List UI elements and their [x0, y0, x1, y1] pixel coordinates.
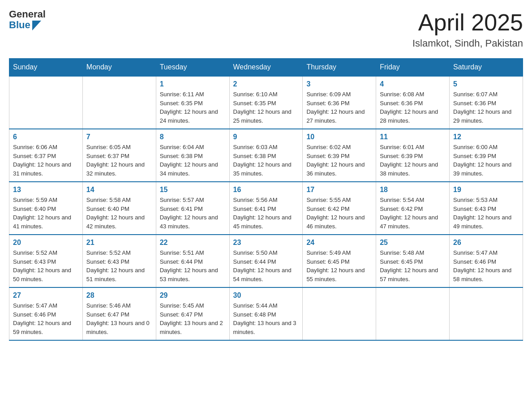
day-info: Sunrise: 6:06 AM Sunset: 6:37 PM Dayligh…: [13, 143, 79, 178]
calendar-header-saturday: Saturday: [450, 59, 523, 77]
month-title: April 2025: [412, 9, 523, 36]
day-number: 2: [233, 80, 299, 88]
logo-blue: Blue: [9, 20, 30, 30]
day-info: Sunrise: 6:07 AM Sunset: 6:36 PM Dayligh…: [453, 90, 519, 125]
calendar-cell: [376, 287, 450, 340]
day-number: 8: [160, 133, 226, 141]
day-info: Sunrise: 6:09 AM Sunset: 6:36 PM Dayligh…: [306, 90, 372, 125]
calendar-week-row: 6Sunrise: 6:06 AM Sunset: 6:37 PM Daylig…: [9, 129, 523, 182]
day-info: Sunrise: 5:58 AM Sunset: 6:40 PM Dayligh…: [86, 196, 152, 231]
location-title: Islamkot, Sindh, Pakistan: [412, 38, 523, 49]
day-number: 9: [233, 133, 299, 141]
day-info: Sunrise: 6:03 AM Sunset: 6:38 PM Dayligh…: [233, 143, 299, 178]
day-info: Sunrise: 5:47 AM Sunset: 6:46 PM Dayligh…: [13, 301, 79, 336]
calendar-header-row: SundayMondayTuesdayWednesdayThursdayFrid…: [9, 59, 523, 77]
day-number: 28: [86, 291, 152, 300]
calendar-header-monday: Monday: [82, 59, 156, 77]
day-info: Sunrise: 5:51 AM Sunset: 6:44 PM Dayligh…: [160, 248, 226, 283]
calendar-cell: 16Sunrise: 5:56 AM Sunset: 6:41 PM Dayli…: [229, 182, 303, 235]
logo-general: General: [9, 9, 46, 20]
day-info: Sunrise: 5:56 AM Sunset: 6:41 PM Dayligh…: [233, 196, 299, 231]
calendar-header-sunday: Sunday: [9, 59, 83, 77]
day-info: Sunrise: 6:00 AM Sunset: 6:39 PM Dayligh…: [453, 143, 519, 178]
calendar-cell: 30Sunrise: 5:44 AM Sunset: 6:48 PM Dayli…: [229, 287, 303, 340]
day-info: Sunrise: 5:46 AM Sunset: 6:47 PM Dayligh…: [86, 301, 152, 336]
day-info: Sunrise: 6:05 AM Sunset: 6:37 PM Dayligh…: [86, 143, 152, 178]
calendar-cell: 25Sunrise: 5:48 AM Sunset: 6:45 PM Dayli…: [376, 235, 450, 287]
day-info: Sunrise: 5:44 AM Sunset: 6:48 PM Dayligh…: [233, 301, 299, 336]
calendar-cell: [450, 287, 523, 340]
day-info: Sunrise: 5:45 AM Sunset: 6:47 PM Dayligh…: [160, 301, 226, 336]
calendar-cell: 22Sunrise: 5:51 AM Sunset: 6:44 PM Dayli…: [156, 235, 229, 287]
day-info: Sunrise: 5:52 AM Sunset: 6:43 PM Dayligh…: [13, 248, 79, 283]
calendar-cell: 8Sunrise: 6:04 AM Sunset: 6:38 PM Daylig…: [156, 129, 229, 182]
day-number: 19: [453, 186, 519, 194]
calendar-cell: [9, 76, 83, 129]
title-block: April 2025 Islamkot, Sindh, Pakistan: [412, 9, 523, 49]
day-info: Sunrise: 5:59 AM Sunset: 6:40 PM Dayligh…: [13, 196, 79, 231]
day-info: Sunrise: 5:57 AM Sunset: 6:41 PM Dayligh…: [160, 196, 226, 231]
day-info: Sunrise: 5:54 AM Sunset: 6:42 PM Dayligh…: [380, 196, 446, 231]
day-number: 18: [380, 186, 446, 194]
calendar-cell: 6Sunrise: 6:06 AM Sunset: 6:37 PM Daylig…: [9, 129, 83, 182]
calendar-cell: 28Sunrise: 5:46 AM Sunset: 6:47 PM Dayli…: [82, 287, 156, 340]
day-number: 23: [233, 239, 299, 247]
calendar-header-thursday: Thursday: [303, 59, 376, 77]
day-info: Sunrise: 6:10 AM Sunset: 6:35 PM Dayligh…: [233, 90, 299, 125]
day-info: Sunrise: 5:48 AM Sunset: 6:45 PM Dayligh…: [380, 248, 446, 283]
day-number: 27: [13, 291, 79, 300]
day-info: Sunrise: 6:08 AM Sunset: 6:36 PM Dayligh…: [380, 90, 446, 125]
calendar-cell: 21Sunrise: 5:52 AM Sunset: 6:43 PM Dayli…: [82, 235, 156, 287]
day-info: Sunrise: 6:01 AM Sunset: 6:39 PM Dayligh…: [380, 143, 446, 178]
logo: General Blue: [9, 9, 46, 30]
calendar-header-wednesday: Wednesday: [229, 59, 303, 77]
calendar-cell: 26Sunrise: 5:47 AM Sunset: 6:46 PM Dayli…: [450, 235, 523, 287]
day-info: Sunrise: 5:50 AM Sunset: 6:44 PM Dayligh…: [233, 248, 299, 283]
calendar-cell: 19Sunrise: 5:53 AM Sunset: 6:43 PM Dayli…: [450, 182, 523, 235]
calendar-table: SundayMondayTuesdayWednesdayThursdayFrid…: [9, 58, 523, 341]
calendar-cell: 24Sunrise: 5:49 AM Sunset: 6:45 PM Dayli…: [303, 235, 376, 287]
day-info: Sunrise: 5:53 AM Sunset: 6:43 PM Dayligh…: [453, 196, 519, 231]
day-number: 3: [306, 80, 372, 88]
calendar-cell: [82, 76, 156, 129]
calendar-cell: 29Sunrise: 5:45 AM Sunset: 6:47 PM Dayli…: [156, 287, 229, 340]
day-number: 16: [233, 186, 299, 194]
calendar-cell: 12Sunrise: 6:00 AM Sunset: 6:39 PM Dayli…: [450, 129, 523, 182]
day-number: 24: [306, 239, 372, 247]
calendar-cell: 10Sunrise: 6:02 AM Sunset: 6:39 PM Dayli…: [303, 129, 376, 182]
logo-triangle-icon: [32, 21, 41, 30]
calendar-cell: 2Sunrise: 6:10 AM Sunset: 6:35 PM Daylig…: [229, 76, 303, 129]
day-number: 6: [13, 133, 79, 141]
calendar-cell: 17Sunrise: 5:55 AM Sunset: 6:42 PM Dayli…: [303, 182, 376, 235]
day-number: 15: [160, 186, 226, 194]
day-number: 17: [306, 186, 372, 194]
calendar-week-row: 20Sunrise: 5:52 AM Sunset: 6:43 PM Dayli…: [9, 235, 523, 287]
calendar-cell: 4Sunrise: 6:08 AM Sunset: 6:36 PM Daylig…: [376, 76, 450, 129]
calendar-cell: 27Sunrise: 5:47 AM Sunset: 6:46 PM Dayli…: [9, 287, 83, 340]
day-number: 4: [380, 80, 446, 88]
calendar-cell: 18Sunrise: 5:54 AM Sunset: 6:42 PM Dayli…: [376, 182, 450, 235]
day-number: 12: [453, 133, 519, 141]
calendar-week-row: 13Sunrise: 5:59 AM Sunset: 6:40 PM Dayli…: [9, 182, 523, 235]
day-number: 13: [13, 186, 79, 194]
day-number: 20: [13, 239, 79, 247]
calendar-cell: 15Sunrise: 5:57 AM Sunset: 6:41 PM Dayli…: [156, 182, 229, 235]
day-number: 26: [453, 239, 519, 247]
calendar-header-friday: Friday: [376, 59, 450, 77]
day-info: Sunrise: 5:55 AM Sunset: 6:42 PM Dayligh…: [306, 196, 372, 231]
calendar-cell: 20Sunrise: 5:52 AM Sunset: 6:43 PM Dayli…: [9, 235, 83, 287]
day-number: 5: [453, 80, 519, 88]
calendar-cell: 9Sunrise: 6:03 AM Sunset: 6:38 PM Daylig…: [229, 129, 303, 182]
day-number: 10: [306, 133, 372, 141]
calendar-week-row: 1Sunrise: 6:11 AM Sunset: 6:35 PM Daylig…: [9, 76, 523, 129]
calendar-header-tuesday: Tuesday: [156, 59, 229, 77]
calendar-cell: 13Sunrise: 5:59 AM Sunset: 6:40 PM Dayli…: [9, 182, 83, 235]
calendar-cell: 7Sunrise: 6:05 AM Sunset: 6:37 PM Daylig…: [82, 129, 156, 182]
day-number: 7: [86, 133, 152, 141]
day-number: 30: [233, 291, 299, 300]
day-info: Sunrise: 6:04 AM Sunset: 6:38 PM Dayligh…: [160, 143, 226, 178]
calendar-cell: 1Sunrise: 6:11 AM Sunset: 6:35 PM Daylig…: [156, 76, 229, 129]
calendar-cell: 5Sunrise: 6:07 AM Sunset: 6:36 PM Daylig…: [450, 76, 523, 129]
svg-marker-0: [32, 21, 41, 30]
day-number: 22: [160, 239, 226, 247]
